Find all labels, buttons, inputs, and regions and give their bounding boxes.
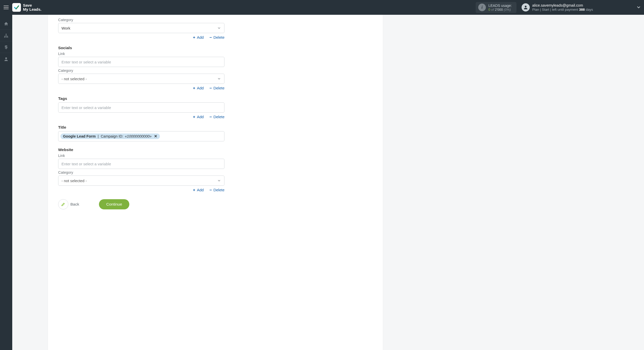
chip-label: Campaign ID: — [101, 134, 123, 138]
plus-icon — [192, 36, 196, 39]
account-email: alice.savemyleads@gmail.com — [532, 3, 593, 8]
delete-button[interactable]: Delete — [209, 115, 224, 119]
footer-row: Back Continue — [58, 199, 224, 209]
add-label: Add — [197, 35, 204, 39]
add-button[interactable]: Add — [192, 35, 204, 39]
chip-value: «10000000000» — [125, 134, 152, 138]
usage-current: 0 — [488, 8, 490, 11]
chip-source: Google Lead Form — [63, 134, 96, 138]
svg-rect-3 — [6, 37, 6, 37]
category-top-label: Category — [58, 18, 224, 22]
socials-heading: Socials — [58, 46, 224, 50]
delete-button[interactable]: Delete — [209, 188, 224, 192]
usage-text: LEADS usage: 0 of 2'000 (0%) — [488, 4, 512, 11]
plan-mid: | left until payment — [550, 8, 578, 11]
title-input[interactable]: Google Lead Form | Campaign ID: «1000000… — [58, 131, 224, 141]
website-actions: Add Delete — [58, 188, 224, 192]
delete-button[interactable]: Delete — [209, 86, 224, 90]
account-plan-line: Plan | Start | left until payment 388 da… — [532, 8, 593, 12]
account-wrap[interactable]: alice.savemyleads@gmail.com Plan | Start… — [522, 3, 641, 12]
add-button[interactable]: Add — [192, 86, 204, 90]
socials-link-input[interactable]: Enter text or select a variable — [58, 57, 224, 67]
plus-icon — [192, 188, 196, 192]
account-text: alice.savemyleads@gmail.com Plan | Start… — [532, 3, 593, 12]
delete-label: Delete — [213, 86, 224, 90]
chevron-down-icon — [217, 26, 221, 30]
sidebar-sitemap-icon[interactable] — [0, 30, 12, 41]
add-button[interactable]: Add — [192, 188, 204, 192]
plan-prefix: Plan | — [532, 8, 541, 11]
website-category-value: - not selected - — [61, 179, 87, 183]
tags-input[interactable]: Enter text or select a variable — [58, 102, 224, 113]
website-category-select[interactable]: - not selected - — [58, 176, 224, 186]
delete-label: Delete — [213, 188, 224, 192]
minus-icon — [209, 188, 212, 192]
svg-point-0 — [525, 6, 526, 7]
continue-button[interactable]: Continue — [99, 199, 129, 209]
tags-actions: Add Delete — [58, 115, 224, 119]
website-link-placeholder: Enter text or select a variable — [61, 162, 111, 166]
svg-point-5 — [5, 57, 7, 59]
app-name-line2: My Leads. — [23, 7, 42, 12]
usage-title: LEADS usage: — [488, 4, 512, 8]
category-top-select[interactable]: Work — [58, 23, 224, 33]
add-button[interactable]: Add — [192, 115, 204, 119]
usage-pct: (0%) — [504, 8, 511, 11]
account-chevron-down-icon[interactable] — [636, 5, 641, 10]
minus-icon — [209, 115, 212, 119]
tags-placeholder: Enter text or select a variable — [61, 105, 111, 110]
info-icon[interactable]: i — [478, 4, 486, 11]
chevron-down-icon — [217, 179, 221, 183]
minus-icon — [209, 86, 212, 90]
tags-heading: Tags — [58, 96, 224, 101]
website-link-label: Link — [58, 154, 224, 158]
usage-numbers: 0 of 2'000 (0%) — [488, 8, 512, 11]
socials-link-placeholder: Enter text or select a variable — [61, 60, 111, 64]
socials-category-select[interactable]: - not selected - — [58, 74, 224, 84]
socials-category-label: Category — [58, 69, 224, 73]
add-label: Add — [197, 188, 204, 192]
plus-icon — [192, 86, 196, 90]
usage-total: 2'000 — [495, 8, 503, 11]
socials-category-value: - not selected - — [61, 77, 87, 81]
back-label: Back — [70, 202, 79, 207]
chip-sep: | — [98, 134, 99, 138]
category-top-value: Work — [61, 26, 70, 30]
website-link-input[interactable]: Enter text or select a variable — [58, 159, 224, 169]
plus-icon — [192, 115, 196, 119]
website-category-label: Category — [58, 170, 224, 174]
svg-rect-1 — [6, 34, 6, 34]
sidebar-home-icon[interactable] — [0, 18, 12, 30]
plan-name: Start — [542, 8, 549, 11]
app-name-line1: Save — [23, 3, 32, 7]
delete-label: Delete — [213, 35, 224, 39]
chevron-down-icon — [217, 77, 221, 81]
topbar: Save My Leads. i LEADS usage: 0 of 2'000… — [0, 0, 644, 15]
menu-hamburger-icon[interactable] — [3, 4, 10, 11]
category-top-actions: Add Delete — [58, 35, 224, 39]
back-button[interactable]: Back — [58, 199, 79, 209]
add-label: Add — [197, 115, 204, 119]
usage-panel: i LEADS usage: 0 of 2'000 (0%) — [476, 2, 516, 13]
minus-icon — [209, 36, 212, 39]
socials-link-label: Link — [58, 52, 224, 56]
app-logo — [12, 3, 21, 12]
delete-label: Delete — [213, 115, 224, 119]
svg-rect-2 — [4, 37, 5, 37]
app-name: Save My Leads. — [23, 3, 42, 12]
add-label: Add — [197, 86, 204, 90]
socials-actions: Add Delete — [58, 86, 224, 90]
delete-button[interactable]: Delete — [209, 35, 224, 39]
plan-days: 388 — [579, 8, 585, 11]
content-outer[interactable]: Category Work Add Delete Social — [12, 15, 644, 350]
title-heading: Title — [58, 125, 224, 130]
website-heading: Website — [58, 147, 224, 152]
chip-remove-icon[interactable]: ✕ — [154, 134, 157, 138]
content-card: Category Work Add Delete Social — [48, 15, 383, 350]
sidebar-dollar-icon[interactable] — [0, 42, 12, 53]
sidebar — [0, 15, 12, 350]
sidebar-user-icon[interactable] — [0, 53, 12, 65]
plan-days-suffix: days — [586, 8, 593, 11]
pencil-icon — [58, 199, 68, 209]
svg-rect-4 — [7, 37, 8, 37]
